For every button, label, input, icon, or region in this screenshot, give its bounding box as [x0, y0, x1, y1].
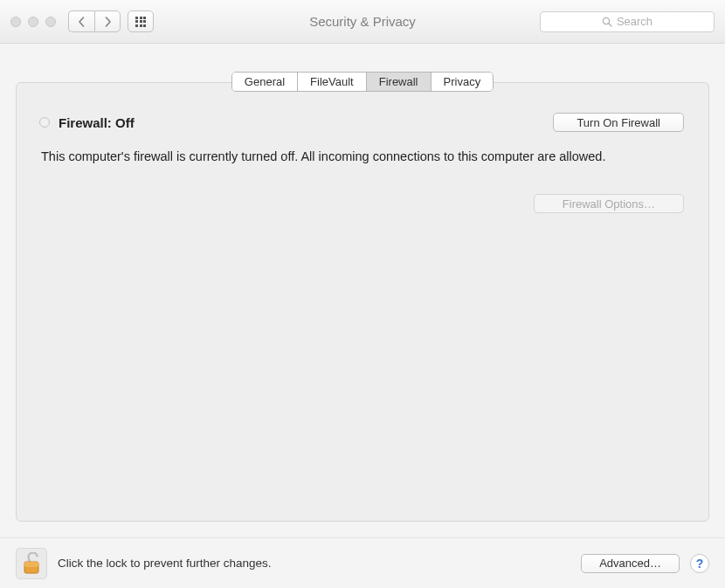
- svg-point-0: [603, 17, 609, 24]
- tab-label: Firewall: [379, 75, 418, 88]
- lock-button[interactable]: [16, 548, 47, 579]
- tabs-container: General FileVault Firewall Privacy: [0, 44, 725, 82]
- tab-general[interactable]: General: [232, 73, 298, 91]
- search-icon: [602, 17, 612, 27]
- titlebar: Security & Privacy Search: [0, 0, 725, 44]
- nav-buttons: [68, 10, 121, 32]
- help-button[interactable]: ?: [690, 554, 709, 573]
- tabs: General FileVault Firewall Privacy: [231, 72, 494, 92]
- chevron-left-icon: [78, 17, 86, 27]
- preferences-window: Security & Privacy Search General FileVa…: [0, 0, 725, 588]
- minimize-window-button[interactable]: [28, 17, 38, 27]
- grid-icon: [135, 17, 146, 27]
- advanced-button[interactable]: Advanced…: [581, 554, 680, 573]
- button-label: Turn On Firewall: [577, 116, 660, 129]
- button-label: Advanced…: [599, 557, 661, 570]
- search-placeholder: Search: [617, 15, 652, 28]
- tab-filevault[interactable]: FileVault: [298, 73, 367, 91]
- firewall-options-button: Firewall Options…: [534, 194, 684, 213]
- zoom-window-button[interactable]: [45, 17, 56, 27]
- chevron-right-icon: [104, 17, 112, 27]
- traffic-lights: [10, 17, 56, 27]
- svg-rect-3: [24, 562, 38, 567]
- content: General FileVault Firewall Privacy Firew…: [0, 44, 725, 588]
- back-button[interactable]: [68, 10, 94, 32]
- button-label: Firewall Options…: [563, 197, 655, 211]
- svg-line-1: [609, 24, 611, 26]
- forward-button[interactable]: [94, 10, 121, 32]
- firewall-description: This computer's firewall is currently tu…: [41, 148, 626, 166]
- show-all-button[interactable]: [128, 10, 154, 32]
- turn-on-firewall-button[interactable]: Turn On Firewall: [553, 113, 684, 132]
- help-icon: ?: [696, 557, 704, 571]
- options-row: Firewall Options…: [41, 194, 684, 213]
- status-row: Firewall: Off Turn On Firewall: [41, 113, 684, 132]
- lock-description: Click the lock to prevent further change…: [58, 557, 272, 570]
- tab-label: Privacy: [444, 75, 481, 88]
- tab-label: FileVault: [310, 75, 354, 88]
- tab-privacy[interactable]: Privacy: [432, 73, 494, 91]
- tab-firewall[interactable]: Firewall: [367, 73, 432, 91]
- status-indicator-icon: [39, 117, 50, 128]
- search-input[interactable]: Search: [540, 11, 715, 32]
- footer: Click the lock to prevent further change…: [0, 537, 725, 588]
- close-window-button[interactable]: [10, 17, 21, 27]
- firewall-panel: Firewall: Off Turn On Firewall This comp…: [16, 82, 709, 522]
- tab-label: General: [245, 75, 285, 88]
- firewall-status-label: Firewall: Off: [59, 115, 135, 130]
- unlocked-lock-icon: [22, 552, 41, 575]
